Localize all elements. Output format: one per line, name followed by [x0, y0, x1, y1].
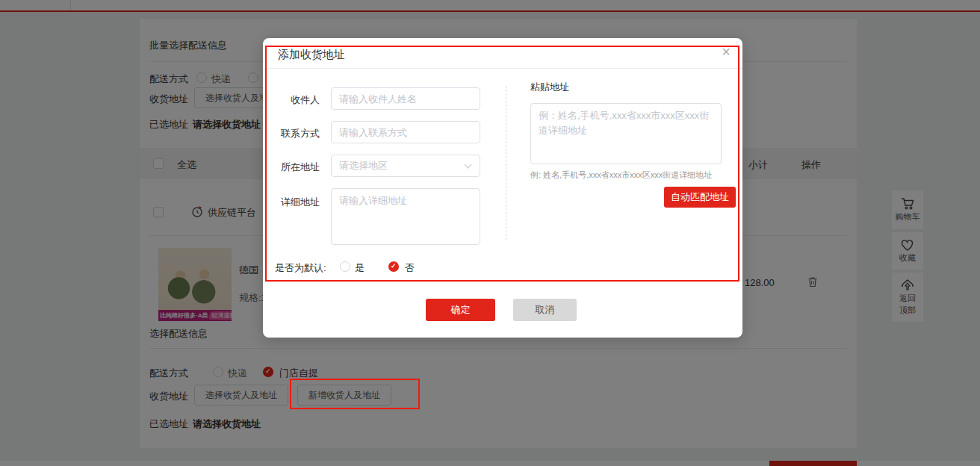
- default-no-radio[interactable]: [388, 261, 399, 272]
- paste-address-label: 粘贴地址: [530, 81, 569, 94]
- close-icon[interactable]: ×: [722, 44, 731, 59]
- add-address-modal: 添加收货地址 × 收件人 联系方式 所在地址 请选择地区 详细地址 是否为默认:…: [263, 38, 742, 338]
- modal-vertical-divider: [506, 86, 506, 240]
- chevron-down-icon: [465, 161, 472, 169]
- cancel-button[interactable]: 取消: [513, 299, 577, 321]
- region-select[interactable]: 请选择地区: [331, 155, 480, 177]
- recipient-input[interactable]: [331, 87, 480, 110]
- detail-label: 详细地址: [273, 196, 320, 209]
- default-yes-radio[interactable]: [340, 261, 350, 272]
- paste-address-textarea[interactable]: [530, 103, 722, 164]
- default-no-label[interactable]: 否: [405, 261, 415, 275]
- auto-match-button[interactable]: 自动匹配地址: [664, 187, 736, 208]
- recipient-label: 收件人: [273, 93, 320, 107]
- default-yes-label[interactable]: 是: [355, 261, 365, 275]
- contact-label: 联系方式: [273, 127, 320, 140]
- detail-textarea[interactable]: [331, 188, 480, 245]
- paste-address-hint: 例: 姓名,手机号,xxx省xxx市xxx区xxx街道详细地址: [530, 170, 712, 181]
- modal-header-divider: [263, 68, 742, 69]
- modal-title: 添加收货地址: [278, 48, 345, 62]
- region-select-placeholder: 请选择地区: [339, 160, 388, 171]
- default-label: 是否为默认:: [275, 261, 326, 275]
- region-label: 所在地址: [273, 161, 320, 174]
- page: 批量选择配送信息 配送方式 快递 收货地址 选择收货人及地址 已选地址 请选择收…: [0, 0, 980, 466]
- contact-input[interactable]: [331, 121, 480, 143]
- confirm-button[interactable]: 确定: [426, 299, 495, 321]
